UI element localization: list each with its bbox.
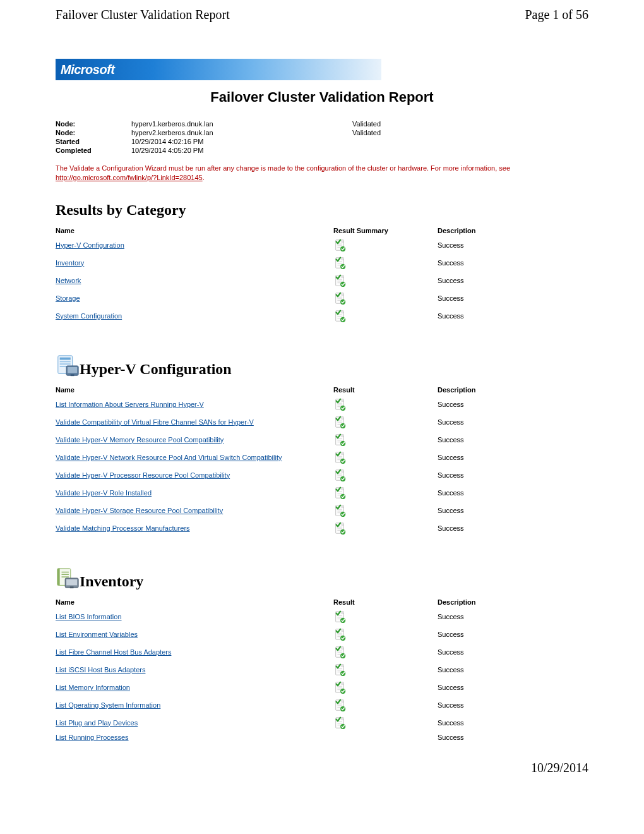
result-name-link[interactable]: Inventory bbox=[56, 259, 84, 267]
table-row: InventorySuccess bbox=[56, 254, 588, 272]
result-name-link[interactable]: List Operating System Information bbox=[56, 701, 160, 709]
result-name-link[interactable]: Validate Compatibility of Virtual Fibre … bbox=[56, 418, 254, 426]
inventory-section-icon bbox=[56, 566, 80, 590]
meta-row: Completed10/29/2014 4:05:20 PM bbox=[56, 146, 588, 155]
result-name-link[interactable]: Hyper-V Configuration bbox=[56, 241, 124, 249]
hyperv-heading-text: Hyper-V Configuration bbox=[80, 361, 232, 378]
section-heading-categories: Results by Category bbox=[56, 202, 588, 219]
microsoft-banner: Microsoft bbox=[56, 59, 381, 80]
table-row: List Operating System InformationSuccess bbox=[56, 696, 588, 714]
success-icon bbox=[333, 397, 347, 411]
table-row: Validate Hyper-V Storage Resource Pool C… bbox=[56, 502, 588, 519]
col-header-name: Name bbox=[56, 384, 333, 396]
result-name-link[interactable]: Validate Hyper-V Storage Resource Pool C… bbox=[56, 507, 223, 514]
result-name-link[interactable]: List Plug and Play Devices bbox=[56, 719, 138, 727]
result-name-link[interactable]: List Memory Information bbox=[56, 684, 130, 691]
result-name-link[interactable]: Validate Hyper-V Network Resource Pool A… bbox=[56, 454, 282, 461]
warning-link[interactable]: http://go.microsoft.com/fwlink/p/?LinkId… bbox=[56, 174, 203, 181]
result-name-link[interactable]: Validate Hyper-V Role Installed bbox=[56, 489, 152, 497]
result-description: Success bbox=[438, 413, 588, 431]
inventory-heading-text: Inventory bbox=[80, 573, 143, 590]
meta-label: Node: bbox=[56, 119, 131, 128]
result-description: Success bbox=[438, 236, 588, 254]
meta-row: Started10/29/2014 4:02:16 PM bbox=[56, 137, 588, 146]
hyperv-section-icon bbox=[56, 354, 80, 378]
success-icon bbox=[333, 521, 347, 535]
page-header-title: Failover Cluster Validation Report bbox=[56, 8, 230, 22]
table-row: List Memory InformationSuccess bbox=[56, 679, 588, 696]
table-row: List BIOS InformationSuccess bbox=[56, 608, 588, 626]
meta-status bbox=[352, 137, 588, 146]
result-description: Success bbox=[438, 396, 588, 413]
col-header-desc: Description bbox=[438, 384, 588, 396]
result-description: Success bbox=[438, 714, 588, 732]
meta-value: 10/29/2014 4:02:16 PM bbox=[131, 137, 352, 146]
meta-status: Validated bbox=[352, 119, 588, 128]
success-icon bbox=[333, 238, 347, 252]
table-row: StorageSuccess bbox=[56, 289, 588, 307]
success-icon bbox=[333, 627, 347, 641]
result-name-link[interactable]: List Running Processes bbox=[56, 734, 129, 741]
meta-row: Node:hyperv1.kerberos.dnuk.lanValidated bbox=[56, 119, 588, 128]
table-row: List Environment VariablesSuccess bbox=[56, 626, 588, 643]
warning-suffix: . bbox=[203, 174, 205, 181]
result-name-link[interactable]: Storage bbox=[56, 294, 80, 302]
result-name-link[interactable]: Validate Hyper-V Memory Resource Pool Co… bbox=[56, 436, 224, 444]
table-row: Hyper-V ConfigurationSuccess bbox=[56, 236, 588, 254]
table-row: Validate Hyper-V Role InstalledSuccess bbox=[56, 484, 588, 502]
table-row: NetworkSuccess bbox=[56, 272, 588, 289]
section-heading-hyperv: Hyper-V Configuration bbox=[56, 354, 588, 378]
success-icon bbox=[333, 698, 347, 712]
meta-value: hyperv1.kerberos.dnuk.lan bbox=[131, 119, 352, 128]
table-row: List iSCSI Host Bus AdaptersSuccess bbox=[56, 661, 588, 679]
result-description: Success bbox=[438, 254, 588, 272]
col-header-result: Result bbox=[333, 384, 438, 396]
success-icon bbox=[333, 663, 347, 677]
result-name-link[interactable]: List iSCSI Host Bus Adapters bbox=[56, 666, 145, 674]
result-description: Success bbox=[438, 431, 588, 449]
result-name-link[interactable]: List Fibre Channel Host Bus Adapters bbox=[56, 648, 171, 656]
page-footer-date: 10/29/2014 bbox=[0, 743, 644, 782]
meta-label: Node: bbox=[56, 128, 131, 137]
success-icon bbox=[333, 680, 347, 694]
success-icon bbox=[333, 433, 347, 447]
result-description: Success bbox=[438, 626, 588, 643]
table-row: Validate Hyper-V Memory Resource Pool Co… bbox=[56, 431, 588, 449]
result-description: Success bbox=[438, 466, 588, 484]
warning-note: The Validate a Configuration Wizard must… bbox=[56, 164, 588, 183]
result-name-link[interactable]: Network bbox=[56, 277, 81, 284]
result-name-link[interactable]: Validate Matching Processor Manufacturer… bbox=[56, 524, 190, 532]
section-heading-inventory: Inventory bbox=[56, 566, 588, 590]
success-icon bbox=[333, 610, 347, 624]
meta-row: Node:hyperv2.kerberos.dnuk.lanValidated bbox=[56, 128, 588, 137]
meta-label: Started bbox=[56, 137, 131, 146]
result-name-link[interactable]: List Information About Servers Running H… bbox=[56, 401, 204, 408]
col-header-desc: Description bbox=[438, 596, 588, 608]
meta-value: 10/29/2014 4:05:20 PM bbox=[131, 146, 352, 155]
result-name-link[interactable]: System Configuration bbox=[56, 312, 122, 320]
result-name-link[interactable]: List BIOS Information bbox=[56, 613, 122, 620]
result-description: Success bbox=[438, 272, 588, 289]
success-icon bbox=[333, 309, 347, 323]
hyperv-table: Name Result Description List Information… bbox=[56, 384, 588, 537]
success-icon bbox=[333, 486, 347, 500]
result-description: Success bbox=[438, 696, 588, 714]
microsoft-logo-text: Microsoft bbox=[61, 63, 115, 77]
result-description: Success bbox=[438, 289, 588, 307]
table-row: Validate Hyper-V Network Resource Pool A… bbox=[56, 449, 588, 466]
success-icon bbox=[333, 274, 347, 287]
result-description: Success bbox=[438, 449, 588, 466]
result-description: Success bbox=[438, 608, 588, 626]
success-icon bbox=[333, 468, 347, 482]
meta-status: Validated bbox=[352, 128, 588, 137]
success-icon bbox=[333, 256, 347, 270]
result-description: Success bbox=[438, 484, 588, 502]
table-row: System ConfigurationSuccess bbox=[56, 307, 588, 325]
result-name-link[interactable]: List Environment Variables bbox=[56, 631, 138, 638]
success-icon bbox=[333, 716, 347, 730]
result-name-link[interactable]: Validate Hyper-V Processor Resource Pool… bbox=[56, 471, 230, 479]
col-header-name: Name bbox=[56, 225, 333, 236]
success-icon bbox=[333, 291, 347, 305]
result-description: Success bbox=[438, 307, 588, 325]
meta-label: Completed bbox=[56, 146, 131, 155]
